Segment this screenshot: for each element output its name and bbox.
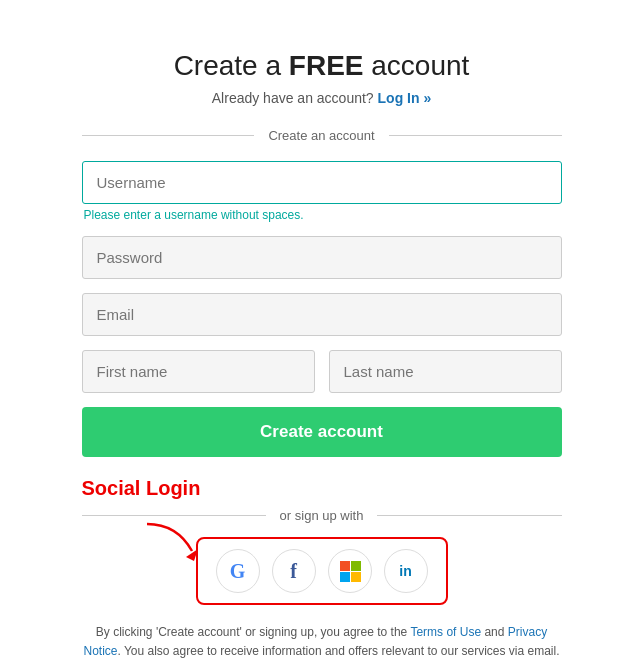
arrow-annotation bbox=[142, 519, 202, 567]
lastname-input[interactable] bbox=[329, 350, 562, 393]
social-login-label: Social Login bbox=[82, 477, 562, 500]
password-input[interactable] bbox=[82, 236, 562, 279]
firstname-input[interactable] bbox=[82, 350, 315, 393]
google-signin-button[interactable]: G bbox=[216, 549, 260, 593]
terms-of-use-link[interactable]: Terms of Use bbox=[410, 625, 481, 639]
divider-line-right bbox=[389, 135, 562, 136]
divider-label: Create an account bbox=[254, 128, 388, 143]
page-container: Create a FREE account Already have an ac… bbox=[42, 20, 602, 665]
firstname-group bbox=[82, 350, 315, 393]
lastname-group bbox=[329, 350, 562, 393]
create-account-divider: Create an account bbox=[82, 128, 562, 143]
password-group bbox=[82, 236, 562, 279]
login-prompt: Already have an account? Log In » bbox=[82, 90, 562, 106]
social-divider-line-right bbox=[377, 515, 561, 516]
svg-rect-3 bbox=[340, 572, 350, 582]
email-input[interactable] bbox=[82, 293, 562, 336]
create-account-button[interactable]: Create account bbox=[82, 407, 562, 457]
svg-rect-4 bbox=[351, 572, 361, 582]
social-icons-box: G f in bbox=[196, 537, 448, 605]
username-input[interactable] bbox=[82, 161, 562, 204]
svg-rect-2 bbox=[351, 561, 361, 571]
username-group: Please enter a username without spaces. bbox=[82, 161, 562, 222]
facebook-signin-button[interactable]: f bbox=[272, 549, 316, 593]
social-divider-text: or sign up with bbox=[266, 508, 378, 523]
social-icons-wrapper: G f in bbox=[82, 537, 562, 605]
linkedin-signin-button[interactable]: in bbox=[384, 549, 428, 593]
page-title: Create a FREE account bbox=[82, 50, 562, 82]
email-group bbox=[82, 293, 562, 336]
terms-text: By clicking 'Create account' or signing … bbox=[82, 623, 562, 665]
name-row bbox=[82, 350, 562, 393]
svg-rect-1 bbox=[340, 561, 350, 571]
username-hint: Please enter a username without spaces. bbox=[82, 208, 562, 222]
login-link[interactable]: Log In » bbox=[378, 90, 432, 106]
social-divider-line-left bbox=[82, 515, 266, 516]
divider-line-left bbox=[82, 135, 255, 136]
office-signin-button[interactable] bbox=[328, 549, 372, 593]
